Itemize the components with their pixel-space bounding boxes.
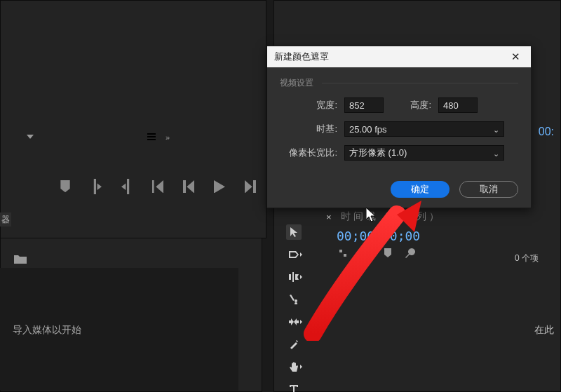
ripple-edit-tool[interactable] [286, 269, 302, 285]
svg-rect-1 [147, 136, 156, 137]
dialog-title: 新建颜色遮罩 [274, 50, 329, 63]
go-to-in-icon[interactable] [152, 181, 163, 192]
out-point-icon[interactable] [121, 181, 133, 192]
source-controls-row: » [6, 131, 265, 144]
fx-indicator-icon: » [165, 133, 169, 142]
program-hint-fragment: 在此 [534, 324, 554, 337]
bin-icon[interactable] [14, 254, 27, 264]
wrench-icon[interactable] [405, 248, 415, 258]
new-color-matte-dialog: 新建颜色遮罩 ✕ 视频设置 宽度: 高度: 时基: 25.00 fps ⌄ 像素… [266, 46, 532, 208]
chevron-down-icon: ⌄ [493, 126, 499, 135]
tool-strip [283, 224, 304, 392]
width-input[interactable] [344, 97, 384, 113]
hand-tool[interactable] [286, 359, 302, 374]
dock-tab-fragment[interactable]: 器 [0, 212, 11, 227]
item-count-label: 0 个项 [515, 252, 539, 264]
pen-tool[interactable] [286, 337, 302, 352]
height-input[interactable] [438, 97, 478, 113]
in-point-icon[interactable] [90, 181, 102, 192]
selection-tool[interactable] [286, 224, 302, 240]
dialog-title-bar[interactable]: 新建颜色遮罩 ✕ [267, 46, 531, 67]
settings-bars-icon[interactable] [147, 133, 156, 142]
project-panel-header [14, 254, 238, 264]
pixel-aspect-label: 像素长宽比: [280, 147, 344, 159]
link-icon[interactable] [360, 248, 370, 258]
step-back-icon[interactable] [183, 181, 194, 192]
height-label: 高度: [384, 99, 438, 111]
timeline-toggle-row [338, 248, 415, 258]
pixel-aspect-select[interactable]: 方形像素 (1.0) ⌄ [344, 145, 504, 161]
ok-button[interactable]: 确定 [391, 181, 450, 198]
playback-controls [60, 181, 287, 192]
chevron-down-icon: ⌄ [493, 149, 499, 158]
slip-tool[interactable] [286, 314, 302, 330]
marker-add-icon[interactable] [383, 248, 393, 258]
timebase-label: 时基: [280, 123, 344, 135]
razor-tool[interactable] [286, 292, 302, 307]
source-monitor-panel [0, 0, 266, 238]
svg-rect-2 [147, 139, 156, 140]
import-hint-text: 导入媒体以开始 [13, 324, 81, 337]
play-icon[interactable] [214, 181, 225, 192]
width-label: 宽度: [280, 99, 344, 111]
step-forward-icon[interactable] [245, 181, 256, 192]
timeline-timecode[interactable]: 00;00;00;00 [337, 229, 420, 243]
svg-rect-0 [147, 133, 156, 135]
program-monitor-time-fragment: 00: [539, 126, 554, 138]
track-select-tool[interactable] [286, 247, 302, 262]
timeline-title: 时间线（无序列） [341, 210, 442, 223]
zoom-dropdown-icon[interactable] [27, 133, 35, 142]
type-tool[interactable] [286, 381, 302, 392]
close-icon[interactable]: ✕ [507, 48, 524, 65]
timebase-select[interactable]: 25.00 fps ⌄ [344, 121, 504, 137]
cancel-button[interactable]: 取消 [459, 181, 518, 198]
timeline-tab-close-icon[interactable]: × [326, 212, 332, 222]
marker-icon[interactable] [60, 181, 71, 192]
snap-icon[interactable] [338, 248, 348, 258]
video-settings-label: 视频设置 [280, 77, 518, 89]
